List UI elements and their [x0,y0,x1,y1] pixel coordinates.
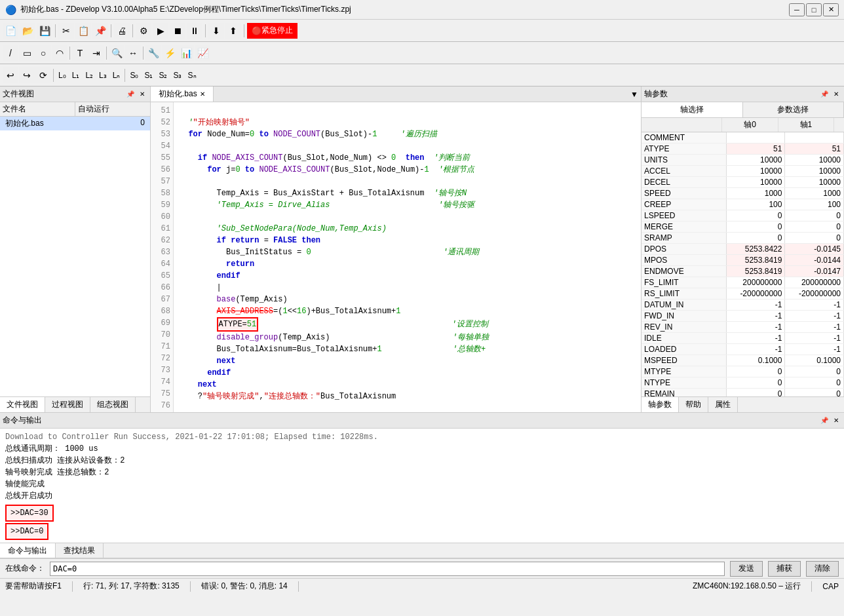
pause-btn[interactable]: ⏸ [187,23,202,39]
param-val0[interactable]: -1 [727,333,786,343]
param-val1[interactable]: 10000 [785,166,844,176]
param-val1[interactable]: 0 [785,210,844,221]
param-val0[interactable]: -1 [727,322,786,332]
capture-btn[interactable]: 捕获 [768,561,801,577]
cmd-panel-pin-btn[interactable]: 📌 [819,415,830,426]
axis-btab-props[interactable]: 属性 [708,397,738,412]
draw-circle-btn[interactable]: ○ [35,45,51,61]
param-val0[interactable] [727,132,786,143]
axis-btab-help[interactable]: 帮助 [679,397,708,412]
param-val1[interactable]: 0 [785,366,844,377]
param-val1[interactable]: -1 [785,299,844,310]
draw-arc-btn[interactable]: ◠ [52,45,67,61]
param-val1[interactable]: -1 [785,333,844,343]
code-tab-close[interactable]: ✕ [200,90,205,98]
param-val1[interactable]: -200000000 [785,288,844,299]
param-val0[interactable]: -1 [727,299,786,310]
axis-panel-close-btn[interactable]: ✕ [831,89,841,100]
param-val0[interactable]: 5253.8419 [727,266,786,277]
param-val0[interactable]: 0 [727,233,786,243]
print-btn[interactable]: 🖨 [114,23,130,39]
param-val1[interactable]: -1 [785,311,844,321]
param-val1[interactable]: 51 [785,144,844,154]
new-btn[interactable]: 📄 [3,23,18,39]
param-val0[interactable]: 0 [727,210,786,221]
param-val1[interactable]: 0.1000 [785,355,844,366]
find-btn[interactable]: 🔍 [109,45,125,61]
estop-btn[interactable]: 🔴 紧急停止 [247,23,297,39]
draw-rect-btn[interactable]: ▭ [19,45,35,61]
param-val0[interactable]: 5253.8422 [727,244,786,254]
file-panel-close-btn[interactable]: ✕ [137,89,147,100]
param-val0[interactable]: 1000 [727,188,786,199]
param-val0[interactable]: 0 [727,389,786,396]
param-val1[interactable]: -1 [785,344,844,355]
debug3-btn[interactable]: 📊 [178,45,194,61]
param-val1[interactable]: -1 [785,322,844,332]
inline-cmd-input[interactable] [50,562,725,576]
param-val0[interactable]: 0.1000 [727,355,786,366]
param-val1[interactable]: 10000 [785,155,844,165]
draw-line-btn[interactable]: / [3,45,18,61]
param-val0[interactable]: -1 [727,344,786,355]
cmd-panel-close-btn[interactable]: ✕ [831,415,841,426]
stop-btn[interactable]: ⏹ [170,23,185,39]
axis-btab-params[interactable]: 轴参数 [642,397,679,412]
code-tab-main[interactable]: 初始化.bas ✕ [151,87,214,102]
debug4-btn[interactable]: 📈 [195,45,210,61]
download-btn[interactable]: ⬇ [208,23,224,39]
send-btn[interactable]: 发送 [730,561,763,577]
param-val0[interactable]: 10000 [727,166,786,176]
debug1-btn[interactable]: 🔧 [145,45,161,61]
minimize-btn[interactable]: ─ [789,3,805,16]
param-val0[interactable]: 10000 [727,177,786,187]
axis-tab-select[interactable]: 轴选择 [642,102,743,117]
param-val1[interactable]: 0 [785,221,844,232]
param-val1[interactable]: -0.0145 [785,244,844,254]
param-val0[interactable]: 100 [727,199,786,210]
param-val1[interactable]: 0 [785,233,844,243]
file-tab-process[interactable]: 过程视图 [45,397,90,412]
t3-btn2[interactable]: ↪ [19,67,35,83]
cut-btn[interactable]: ✂ [58,23,74,39]
file-item[interactable]: 初始化.bas 0 [0,117,150,130]
param-val1[interactable]: 100 [785,199,844,210]
upload-btn[interactable]: ⬆ [225,23,241,39]
axis-tab-params[interactable]: 参数选择 [743,102,845,117]
param-val0[interactable]: 0 [727,366,786,377]
param-val0[interactable]: -1 [727,311,786,321]
open-btn[interactable]: 📂 [20,23,35,39]
maximize-btn[interactable]: □ [806,3,822,16]
clear-btn[interactable]: 清除 [806,561,839,577]
close-btn[interactable]: ✕ [823,3,839,16]
param-val1[interactable]: 0 [785,377,844,388]
debug2-btn[interactable]: ⚡ [162,45,178,61]
paste-btn[interactable]: 📌 [92,23,108,39]
param-val0[interactable]: 5253.8419 [727,255,786,265]
code-area[interactable]: 5152535455 5657585960 6162636465 6667686… [151,102,641,412]
axis-panel-pin-btn[interactable]: 📌 [819,89,830,100]
param-val1[interactable] [785,132,844,143]
file-tab-group[interactable]: 组态视图 [90,397,136,412]
param-val0[interactable]: 200000000 [727,277,786,288]
btab-find[interactable]: 查找结果 [56,543,104,558]
file-tab-files[interactable]: 文件视图 [0,397,45,412]
t3-btn3[interactable]: ⟳ [35,67,51,83]
param-val0[interactable]: 10000 [727,155,786,165]
run-btn[interactable]: ▶ [153,23,168,39]
param-val0[interactable]: -200000000 [727,288,786,299]
param-val1[interactable]: 0 [785,389,844,396]
param-val0[interactable]: 0 [727,377,786,388]
btab-cmd[interactable]: 命令与输出 [0,543,56,558]
t3-btn1[interactable]: ↩ [3,67,18,83]
code-scroll-btn[interactable]: ▼ [628,87,641,102]
param-val1[interactable]: 1000 [785,188,844,199]
param-val1[interactable]: -0.0144 [785,255,844,265]
compile-btn[interactable]: ⚙ [136,23,151,39]
copy-btn[interactable]: 📋 [75,23,91,39]
param-val0[interactable]: 0 [727,221,786,232]
file-panel-pin-btn[interactable]: 📌 [125,89,136,100]
replace-btn[interactable]: ↔ [125,45,141,61]
save-btn[interactable]: 💾 [37,23,52,39]
param-val1[interactable]: -0.0147 [785,266,844,277]
